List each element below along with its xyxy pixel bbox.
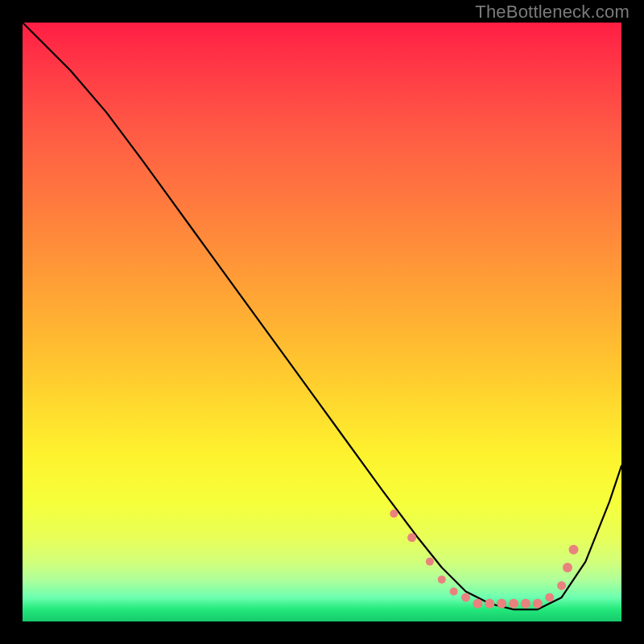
marker-dot bbox=[407, 533, 416, 542]
marker-dot bbox=[569, 545, 579, 555]
marker-dot bbox=[438, 576, 446, 584]
plot-area bbox=[23, 23, 621, 621]
marker-group bbox=[390, 510, 578, 609]
marker-dot bbox=[521, 599, 530, 609]
marker-dot bbox=[533, 599, 543, 609]
marker-dot bbox=[545, 593, 554, 602]
marker-dot bbox=[473, 599, 482, 609]
marker-dot bbox=[485, 599, 494, 609]
marker-dot bbox=[509, 599, 518, 609]
watermark-text: TheBottleneck.com bbox=[475, 2, 630, 23]
marker-dot bbox=[563, 563, 572, 572]
marker-dot bbox=[497, 599, 506, 609]
marker-dot bbox=[426, 558, 434, 566]
marker-dot bbox=[450, 588, 458, 596]
chart-svg bbox=[23, 23, 621, 621]
chart-frame: TheBottleneck.com bbox=[0, 0, 644, 644]
marker-dot bbox=[390, 510, 398, 518]
marker-dot bbox=[557, 581, 566, 590]
marker-dot bbox=[461, 593, 470, 602]
series-curve bbox=[23, 23, 621, 609]
